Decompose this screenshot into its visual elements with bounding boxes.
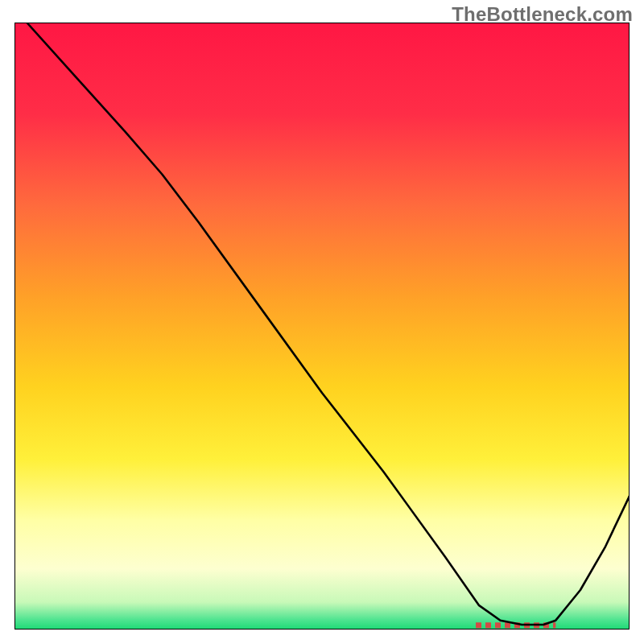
chart-plot-area <box>14 23 630 630</box>
chart-container: TheBottleneck.com <box>0 0 644 644</box>
watermark-label: TheBottleneck.com <box>452 3 633 26</box>
plot-background <box>14 23 630 630</box>
chart-svg <box>14 23 630 630</box>
